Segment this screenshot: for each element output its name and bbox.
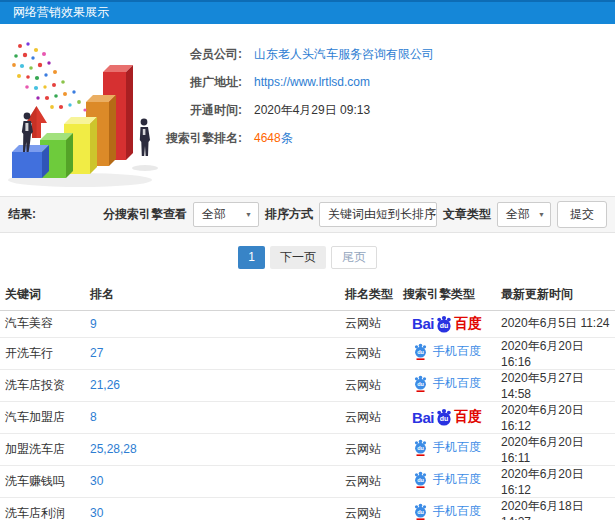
page-button-next[interactable]: 下一页 — [270, 246, 326, 269]
mobile-baidu-label: 手机百度 — [433, 439, 481, 456]
mobile-baidu-logo: du 手机百度 — [413, 439, 481, 456]
rank-cell[interactable]: 30 — [85, 465, 340, 497]
mobile-baidu-logo: du 手机百度 — [413, 375, 481, 392]
rank-cell[interactable]: 21,26 — [85, 369, 340, 401]
header-keyword: 关键词 — [0, 279, 85, 310]
promo-url-row: 推广地址: https://www.lrtlsd.com — [150, 68, 434, 96]
keyword-cell: 开洗车行 — [0, 337, 85, 369]
baidu-logo: Bai du 百度 — [412, 408, 482, 426]
promo-url-label: 推广地址: — [150, 74, 242, 91]
mobile-baidu-label: 手机百度 — [433, 343, 481, 360]
company-link[interactable]: 山东老人头汽车服务咨询有限公司 — [254, 46, 434, 63]
table-row: 洗车赚钱吗 30 云网站 du 手机百度 2020年6月20日 16:12 — [0, 465, 615, 497]
rank-cell[interactable]: 8 — [85, 401, 340, 433]
svg-text:du: du — [440, 415, 449, 422]
page-header: 网络营销效果展示 — [0, 0, 615, 24]
results-section-label: 结果: — [8, 206, 36, 223]
rank-cell[interactable]: 30 — [85, 497, 340, 520]
keyword-cell: 洗车店利润 — [0, 497, 85, 520]
svg-text:du: du — [417, 381, 424, 387]
keyword-cell: 洗车赚钱吗 — [0, 465, 85, 497]
baidu-logo-text-cn: 百度 — [454, 315, 482, 333]
article-type-label: 文章类型 — [443, 206, 491, 223]
header-rank-type: 排名类型 — [340, 279, 398, 310]
confetti-dots — [12, 42, 87, 111]
updated-cell: 2020年6月20日 16:12 — [496, 465, 615, 497]
keyword-cell: 洗车店投资 — [0, 369, 85, 401]
rank-count: 4648 — [254, 131, 281, 145]
updated-cell: 2020年6月5日 11:24 — [496, 310, 615, 337]
baidu-logo-text-en: Bai — [412, 409, 434, 426]
baidu-paw-icon: du — [435, 315, 453, 333]
table-header-row: 关键词 排名 排名类型 搜索引擎类型 最新更新时间 — [0, 279, 615, 310]
updated-cell: 2020年6月20日 16:16 — [496, 337, 615, 369]
results-table-body: 汽车美容 9 云网站 Bai du 百度 2020年6月5日 11:24 开洗车… — [0, 310, 615, 520]
sort-filter-value: 关键词由短到长排序 — [328, 206, 436, 223]
table-row: 开洗车行 27 云网站 du 手机百度 2020年6月20日 16:16 — [0, 337, 615, 369]
mobile-baidu-logo: du 手机百度 — [413, 343, 481, 360]
baidu-logo: Bai du 百度 — [412, 315, 482, 333]
table-row: 汽车美容 9 云网站 Bai du 百度 2020年6月5日 11:24 — [0, 310, 615, 337]
engine-cell: du 手机百度 — [398, 465, 496, 497]
engine-cell: du 手机百度 — [398, 433, 496, 465]
article-type-select[interactable]: 全部 ▼ — [497, 202, 551, 227]
keyword-cell: 加盟洗车店 — [0, 433, 85, 465]
rank-cell[interactable]: 25,28,28 — [85, 433, 340, 465]
engine-cell: du 手机百度 — [398, 369, 496, 401]
engine-rank-value: 4648条 — [254, 130, 293, 147]
mobile-baidu-paw-icon: du — [413, 471, 428, 488]
rank-type-cell: 云网站 — [340, 465, 398, 497]
header-engine-type: 搜索引擎类型 — [398, 279, 496, 310]
mobile-baidu-label: 手机百度 — [433, 375, 481, 392]
svg-text:du: du — [417, 349, 424, 355]
rank-type-cell: 云网站 — [340, 369, 398, 401]
sort-filter-select[interactable]: 关键词由短到长排序 ▼ — [319, 202, 437, 227]
rank-cell[interactable]: 9 — [85, 310, 340, 337]
mobile-baidu-logo: du 手机百度 — [413, 471, 481, 488]
page-button-current[interactable]: 1 — [238, 246, 265, 269]
results-table: 关键词 排名 排名类型 搜索引擎类型 最新更新时间 汽车美容 9 云网站 Bai… — [0, 279, 615, 520]
page-title: 网络营销效果展示 — [13, 5, 109, 19]
engine-filter-select[interactable]: 全部 ▼ — [193, 202, 259, 227]
rank-type-cell: 云网站 — [340, 433, 398, 465]
company-info-panel: 会员公司: 山东老人头汽车服务咨询有限公司 推广地址: https://www.… — [150, 40, 434, 152]
engine-cell: du 手机百度 — [398, 497, 496, 520]
filter-bar: 结果: 分搜索引擎查看 全部 ▼ 排序方式 关键词由短到长排序 ▼ 文章类型 全… — [0, 196, 615, 233]
updated-cell: 2020年6月18日 14:27 — [496, 497, 615, 520]
mobile-baidu-paw-icon: du — [413, 503, 428, 520]
chevron-down-icon: ▼ — [245, 211, 252, 218]
rank-unit: 条 — [281, 131, 293, 145]
rank-type-cell: 云网站 — [340, 310, 398, 337]
mobile-baidu-logo: du 手机百度 — [413, 503, 481, 520]
baidu-logo-text-cn: 百度 — [454, 408, 482, 426]
article-type-value: 全部 — [506, 206, 530, 223]
table-row: 洗车店投资 21,26 云网站 du 手机百度 2020年5月27日 14:58 — [0, 369, 615, 401]
engine-rank-row: 搜索引擎排名: 4648条 — [150, 124, 434, 152]
table-row: 洗车店利润 30 云网站 du 手机百度 2020年6月18日 14:27 — [0, 497, 615, 520]
table-row: 加盟洗车店 25,28,28 云网站 du 手机百度 2020年6月20日 16… — [0, 433, 615, 465]
mobile-baidu-paw-icon: du — [413, 439, 428, 456]
engine-rank-label: 搜索引擎排名: — [150, 130, 242, 147]
table-row: 汽车加盟店 8 云网站 Bai du 百度 2020年6月20日 16:12 — [0, 401, 615, 433]
pagination: 1 下一页 尾页 — [0, 233, 615, 279]
filter-controls: 分搜索引擎查看 全部 ▼ 排序方式 关键词由短到长排序 ▼ 文章类型 全部 ▼ … — [103, 201, 607, 228]
company-label: 会员公司: — [150, 46, 242, 63]
svg-text:du: du — [417, 445, 424, 451]
chevron-down-icon: ▼ — [538, 211, 545, 218]
bar-blue — [12, 145, 49, 178]
rank-cell[interactable]: 27 — [85, 337, 340, 369]
updated-cell: 2020年6月20日 16:11 — [496, 433, 615, 465]
header-rank: 排名 — [85, 279, 340, 310]
baidu-paw-icon: du — [435, 408, 453, 426]
engine-filter-label: 分搜索引擎查看 — [103, 206, 187, 223]
keyword-cell: 汽车美容 — [0, 310, 85, 337]
top-section: 会员公司: 山东老人头汽车服务咨询有限公司 推广地址: https://www.… — [0, 24, 615, 196]
page-button-last[interactable]: 尾页 — [331, 246, 377, 269]
businessman-right — [140, 119, 150, 156]
open-time-label: 开通时间: — [150, 102, 242, 119]
promo-url-link[interactable]: https://www.lrtlsd.com — [254, 75, 370, 89]
company-row: 会员公司: 山东老人头汽车服务咨询有限公司 — [150, 40, 434, 68]
baidu-logo-text-en: Bai — [412, 315, 434, 332]
keyword-cell: 汽车加盟店 — [0, 401, 85, 433]
submit-button[interactable]: 提交 — [557, 201, 607, 228]
